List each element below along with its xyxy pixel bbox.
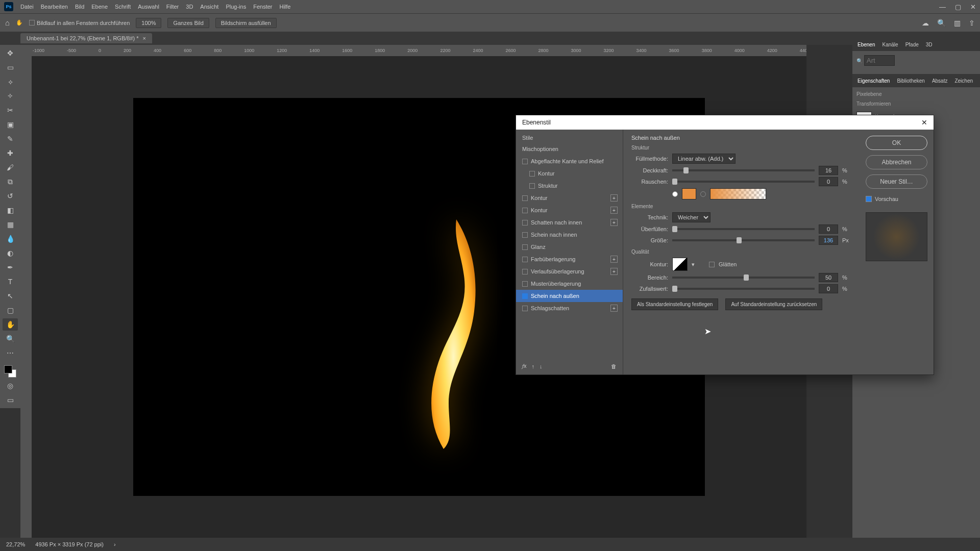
chevron-down-icon[interactable]: ▾ [692, 261, 695, 268]
reset-default-button[interactable]: Auf Standardeinstellung zurücksetzen [725, 298, 822, 310]
effect-checkbox[interactable] [522, 208, 528, 213]
noise-slider[interactable] [672, 181, 815, 183]
shape-tool-icon[interactable]: ▢ [3, 304, 18, 316]
quickmask-icon[interactable]: ◎ [3, 380, 18, 392]
fit-screen-button[interactable]: Ganzes Bild [167, 18, 209, 28]
brush-tool-icon[interactable]: 🖌 [3, 161, 18, 173]
effect-item[interactable]: Glanz [516, 241, 623, 253]
close-icon[interactable]: ✕ [970, 3, 976, 11]
range-value[interactable]: 50 [819, 273, 838, 282]
menu-item[interactable]: Auswahl [138, 4, 159, 10]
add-effect-icon[interactable]: + [610, 219, 618, 226]
type-tool-icon[interactable]: T [3, 276, 18, 288]
fx-icon[interactable]: 𝑓x [522, 363, 527, 369]
effect-checkbox[interactable] [522, 281, 528, 287]
transform-section[interactable]: Transformieren [856, 101, 976, 107]
history-brush-icon[interactable]: ↺ [3, 190, 18, 202]
tab-paths[interactable]: Pfade [905, 42, 919, 47]
antialias-checkbox[interactable] [709, 262, 715, 267]
tab-properties[interactable]: Eigenschaften [857, 78, 890, 84]
effect-item[interactable]: Struktur [516, 180, 623, 192]
preview-checkbox[interactable]: Vorschau [866, 196, 927, 202]
effect-item[interactable]: Schlagschatten+ [516, 302, 623, 314]
color-swatch[interactable] [4, 365, 16, 378]
color-radio[interactable] [672, 191, 678, 197]
jitter-slider[interactable] [672, 288, 815, 290]
arrow-up-icon[interactable]: ↑ [532, 363, 535, 369]
heal-tool-icon[interactable]: ✚ [3, 147, 18, 159]
add-effect-icon[interactable]: + [610, 305, 618, 312]
menu-item[interactable]: 3D [186, 4, 193, 10]
jitter-value[interactable]: 0 [819, 284, 838, 293]
tab-layers[interactable]: Ebenen [857, 42, 875, 47]
gradient-picker[interactable] [710, 188, 766, 199]
crop-tool-icon[interactable]: ✂ [3, 104, 18, 116]
search-icon[interactable]: 🔍 [937, 19, 946, 27]
effect-checkbox[interactable] [522, 293, 528, 299]
effect-item[interactable]: Abgeflachte Kante und Relief [516, 155, 623, 167]
layer-search-input[interactable] [864, 55, 895, 66]
doc-info[interactable]: 4936 Px × 3319 Px (72 ppi) [35, 541, 104, 547]
effect-checkbox[interactable] [522, 220, 528, 226]
effect-checkbox[interactable] [522, 257, 528, 262]
dialog-titlebar[interactable]: Ebenenstil ✕ [516, 115, 934, 130]
wand-tool-icon[interactable]: ✧ [3, 90, 18, 102]
ok-button[interactable]: OK [866, 136, 927, 150]
cancel-button[interactable]: Abbrechen [866, 155, 927, 169]
scroll-all-checkbox[interactable]: Bildlauf in allen Fenstern durchführen [29, 20, 130, 26]
move-tool-icon[interactable]: ✥ [3, 47, 18, 59]
effect-checkbox[interactable] [522, 269, 528, 274]
tab-character[interactable]: Zeichen [954, 78, 973, 84]
tab-3d[interactable]: 3D [926, 42, 933, 47]
make-default-button[interactable]: Als Standardeinstellung festlegen [631, 298, 718, 310]
eyedropper-tool-icon[interactable]: ✎ [3, 133, 18, 145]
add-effect-icon[interactable]: + [610, 194, 618, 202]
tab-paragraph[interactable]: Absatz [932, 78, 948, 84]
stamp-tool-icon[interactable]: ⧉ [3, 176, 18, 188]
effect-item[interactable]: Kontur+ [516, 204, 623, 216]
blending-options[interactable]: Mischoptionen [516, 143, 623, 155]
gradient-radio[interactable] [700, 191, 706, 197]
document-tab[interactable]: Unbenannt-1 bei 22,7% (Ebene 1, RGB/8#) … [20, 33, 152, 43]
add-effect-icon[interactable]: + [610, 207, 618, 214]
frame-tool-icon[interactable]: ▣ [3, 118, 18, 131]
effect-checkbox[interactable] [522, 244, 528, 250]
zoom-tool-icon[interactable]: 🔍 [3, 333, 18, 345]
effect-checkbox[interactable] [529, 183, 535, 189]
size-slider[interactable] [672, 239, 815, 241]
tab-libraries[interactable]: Bibliotheken [897, 78, 924, 84]
add-effect-icon[interactable]: + [610, 268, 618, 275]
menu-item[interactable]: Plug-ins [226, 4, 246, 10]
add-effect-icon[interactable]: + [610, 256, 618, 263]
zoom-readout[interactable]: 22,72% [6, 541, 25, 547]
effect-checkbox[interactable] [522, 232, 528, 238]
size-value[interactable]: 136 [819, 236, 838, 245]
eraser-tool-icon[interactable]: ◧ [3, 204, 18, 216]
effect-checkbox[interactable] [522, 195, 528, 201]
menu-item[interactable]: Schrift [115, 4, 131, 10]
opacity-value[interactable]: 16 [819, 166, 838, 175]
effect-item[interactable]: Musterüberlagerung [516, 278, 623, 290]
arrow-down-icon[interactable]: ↓ [540, 363, 543, 369]
edit-toolbar-icon[interactable]: ⋯ [3, 347, 18, 359]
hand-tool-icon[interactable]: ✋ [3, 318, 18, 331]
effect-checkbox[interactable] [529, 171, 535, 177]
spread-value[interactable]: 0 [819, 224, 838, 234]
tab-channels[interactable]: Kanäle [882, 42, 898, 47]
close-tab-icon[interactable]: × [143, 35, 146, 41]
dodge-tool-icon[interactable]: ◐ [3, 247, 18, 259]
effect-item[interactable]: Kontur+ [516, 192, 623, 204]
effect-checkbox[interactable] [522, 306, 528, 311]
path-tool-icon[interactable]: ↖ [3, 290, 18, 302]
maximize-icon[interactable]: ▢ [955, 3, 961, 11]
menu-item[interactable]: Ansicht [200, 4, 218, 10]
technique-select[interactable]: Weicher [672, 212, 710, 222]
hand-tool-icon[interactable]: ✋ [16, 19, 23, 26]
screenmode-icon[interactable]: ▭ [3, 394, 18, 406]
lasso-tool-icon[interactable]: ⟡ [3, 76, 18, 88]
workspace-icon[interactable]: ▥ [954, 19, 961, 27]
home-icon[interactable]: ⌂ [5, 18, 10, 27]
zoom-100-button[interactable]: 100% [136, 18, 161, 28]
effect-item[interactable]: Verlaufsüberlagerung+ [516, 265, 623, 278]
menu-item[interactable]: Ebene [91, 4, 108, 10]
